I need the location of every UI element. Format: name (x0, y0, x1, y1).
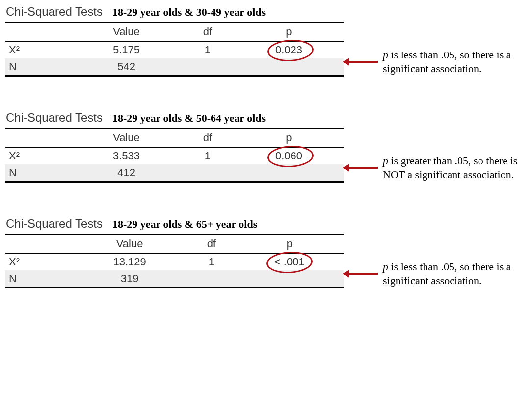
col-p: p (236, 234, 344, 254)
table-row: N 412 (5, 164, 344, 182)
col-p: p (234, 22, 344, 42)
table-row: X² 13.129 1 < .001 (5, 254, 344, 271)
row-label-n: N (5, 270, 72, 288)
annotation-p-symbol: p (383, 49, 388, 61)
row-label-x2: X² (5, 42, 72, 59)
col-blank (5, 234, 72, 254)
block-title: Chi-Squared Tests (6, 217, 103, 231)
chi-table: Value df p X² 5.175 1 0.023 (5, 22, 344, 77)
chi-block-2: Chi-Squared Tests 18-29 year olds & 50-6… (5, 111, 525, 183)
annotation-text: p is less than .05, so there is a signif… (383, 48, 520, 75)
arrow-left-icon (344, 273, 378, 275)
p-value: < .001 (274, 256, 305, 268)
col-blank (5, 22, 72, 42)
cell-p: 0.023 (234, 42, 344, 59)
col-value: Value (72, 128, 181, 148)
annotation-p-symbol: p (383, 155, 388, 167)
block-title: Chi-Squared Tests (6, 5, 103, 19)
col-df: df (187, 234, 235, 254)
block-subtitle: 18-29 year olds & 30-49 year olds (112, 6, 266, 19)
block-subtitle: 18-29 year olds & 50-64 year olds (112, 112, 266, 125)
cell-df: 1 (181, 148, 234, 165)
cell-n: 412 (72, 164, 181, 182)
block-title: Chi-Squared Tests (6, 111, 103, 125)
col-df: df (181, 128, 234, 148)
row-label-n: N (5, 58, 72, 76)
annotation-text: p is less than .05, so there is a signif… (383, 260, 520, 287)
cell-value: 5.175 (72, 42, 181, 59)
annotation-text: p is greater than .05, so there is NOT a… (383, 154, 520, 181)
chi-block-1: Chi-Squared Tests 18-29 year olds & 30-4… (5, 5, 525, 77)
table-row: N 319 (5, 270, 344, 288)
row-label-x2: X² (5, 254, 72, 271)
annotation-p-symbol: p (383, 261, 388, 273)
cell-df: 1 (187, 254, 235, 271)
col-value: Value (72, 22, 181, 42)
cell-value: 13.129 (72, 254, 187, 271)
annotation: p is less than .05, so there is a signif… (344, 48, 520, 75)
annotation-rest: is less than .05, so there is a signific… (383, 49, 511, 75)
chi-block-3: Chi-Squared Tests 18-29 year olds & 65+ … (5, 217, 525, 288)
table-row: X² 3.533 1 0.060 (5, 148, 344, 165)
col-p: p (234, 128, 344, 148)
row-label-x2: X² (5, 148, 72, 165)
cell-p: < .001 (236, 254, 344, 271)
col-df: df (181, 22, 234, 42)
annotation-rest: is less than .05, so there is a signific… (383, 261, 511, 287)
cell-n: 542 (72, 58, 181, 76)
chi-table: Value df p X² 3.533 1 0.060 (5, 128, 344, 183)
chi-table: Value df p X² 13.129 1 < .001 (5, 234, 344, 288)
cell-p: 0.060 (234, 148, 344, 165)
p-value: 0.023 (275, 44, 302, 56)
annotation-rest: is greater than .05, so there is NOT a s… (383, 155, 517, 181)
col-blank (5, 128, 72, 148)
row-label-n: N (5, 164, 72, 182)
arrow-left-icon (344, 61, 378, 63)
col-value: Value (72, 234, 187, 254)
cell-n: 319 (72, 270, 187, 288)
annotation: p is greater than .05, so there is NOT a… (344, 154, 520, 181)
cell-df: 1 (181, 42, 234, 59)
p-value: 0.060 (275, 150, 302, 162)
annotation: p is less than .05, so there is a signif… (344, 260, 520, 287)
table-row: N 542 (5, 58, 344, 76)
cell-value: 3.533 (72, 148, 181, 165)
arrow-left-icon (344, 167, 378, 169)
table-row: X² 5.175 1 0.023 (5, 42, 344, 59)
block-subtitle: 18-29 year olds & 65+ year olds (112, 218, 257, 231)
page: Chi-Squared Tests 18-29 year olds & 30-4… (5, 5, 525, 288)
